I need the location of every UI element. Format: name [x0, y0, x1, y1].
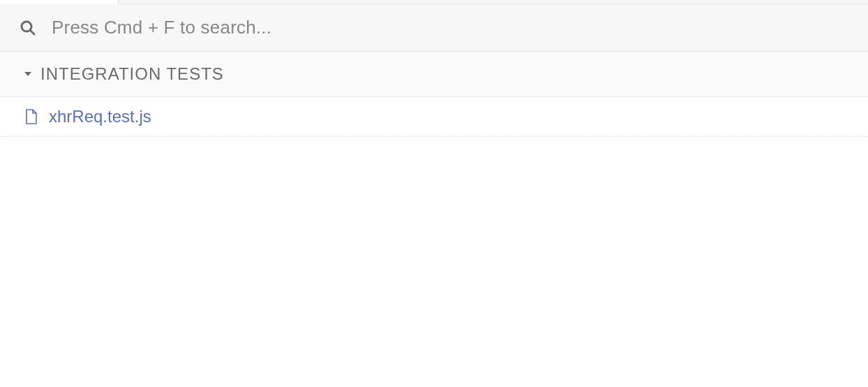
test-file-row[interactable]: xhrReq.test.js [0, 97, 868, 137]
section-header-integration-tests[interactable]: INTEGRATION TESTS [0, 52, 868, 97]
tab-strip [0, 0, 868, 4]
file-icon [25, 109, 38, 124]
test-file-name: xhrReq.test.js [49, 107, 151, 126]
search-placeholder: Press Cmd + F to search... [52, 17, 271, 38]
svg-line-1 [31, 30, 35, 34]
search-icon [20, 20, 36, 36]
caret-down-icon [24, 70, 32, 78]
section-title: INTEGRATION TESTS [40, 64, 224, 84]
search-bar[interactable]: Press Cmd + F to search... [0, 4, 868, 52]
svg-marker-2 [24, 72, 31, 76]
active-tab-indicator [0, 0, 119, 4]
